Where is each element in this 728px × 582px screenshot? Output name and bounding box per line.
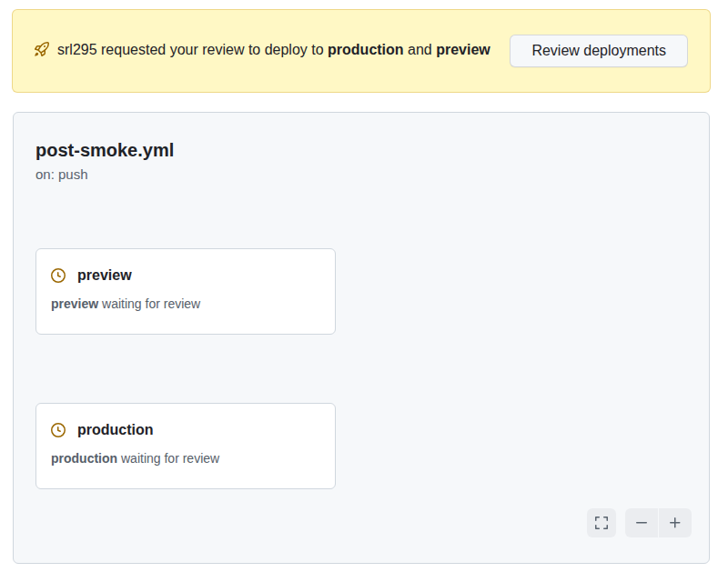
banner-env-preview: preview bbox=[436, 42, 490, 57]
job-status: preview waiting for review bbox=[51, 296, 320, 311]
banner-actor: srl295 bbox=[57, 42, 97, 57]
banner-env-production: production bbox=[328, 42, 404, 57]
screen-full-icon bbox=[594, 516, 609, 530]
job-name: production bbox=[77, 422, 154, 438]
graph-controls bbox=[587, 508, 692, 537]
job-status-text: waiting for review bbox=[117, 451, 219, 466]
workflow-graph-panel: post-smoke.yml on: push preview preview … bbox=[13, 112, 710, 564]
job-status-env: production bbox=[51, 451, 117, 466]
deploy-review-banner: srl295 requested your review to deploy t… bbox=[12, 9, 711, 93]
zoom-out-button[interactable] bbox=[625, 508, 658, 537]
job-title-row: production bbox=[51, 422, 320, 438]
job-card-preview[interactable]: preview preview waiting for review bbox=[35, 248, 336, 335]
plus-icon bbox=[668, 516, 682, 530]
job-card-production[interactable]: production production waiting for review bbox=[35, 403, 336, 489]
job-status-text: waiting for review bbox=[98, 296, 200, 311]
clock-icon bbox=[51, 268, 66, 283]
rocket-icon bbox=[35, 41, 49, 63]
job-status: production waiting for review bbox=[51, 451, 320, 466]
clock-icon bbox=[51, 423, 66, 437]
workflow-header: post-smoke.yml on: push bbox=[35, 140, 174, 182]
banner-message: srl295 requested your review to deploy t… bbox=[35, 39, 490, 63]
zoom-control-group bbox=[625, 508, 692, 537]
job-title-row: preview bbox=[51, 267, 320, 284]
job-status-env: preview bbox=[51, 296, 98, 311]
fit-view-button[interactable] bbox=[587, 508, 616, 537]
zoom-in-button[interactable] bbox=[659, 508, 692, 537]
workflow-trigger: on: push bbox=[35, 166, 174, 182]
dash-icon bbox=[634, 516, 649, 530]
review-deployments-button[interactable]: Review deployments bbox=[510, 35, 688, 67]
banner-text-mid: requested your review to deploy to bbox=[97, 42, 328, 57]
banner-text-and: and bbox=[404, 42, 437, 57]
workflow-title: post-smoke.yml bbox=[35, 140, 174, 161]
job-name: preview bbox=[77, 267, 132, 284]
